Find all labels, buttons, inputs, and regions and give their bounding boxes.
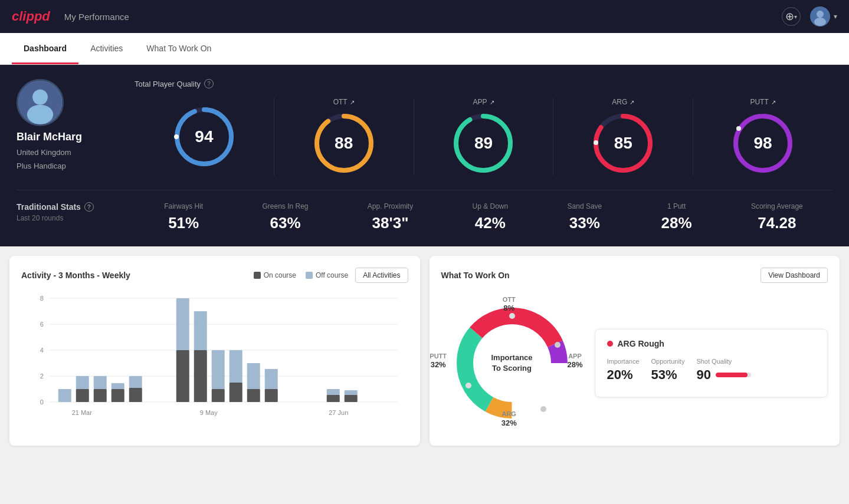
svg-rect-41 xyxy=(194,311,207,350)
trad-label: Traditional Stats ? Last 20 rounds xyxy=(17,202,135,222)
header: clippd My Performance ⊕ ▾ ▾ xyxy=(0,0,849,33)
user-avatar-area[interactable]: ▾ xyxy=(810,6,837,27)
player-info: Blair McHarg United Kingdom Plus Handica… xyxy=(17,79,135,170)
svg-rect-33 xyxy=(94,376,107,389)
svg-rect-40 xyxy=(176,350,189,402)
add-chevron: ▾ xyxy=(794,14,797,20)
trad-metric-updown: Up & Down 42% xyxy=(473,202,509,232)
all-activities-button[interactable]: All Activities xyxy=(355,268,408,283)
quality-total: 94 xyxy=(135,104,274,169)
svg-rect-32 xyxy=(76,389,89,402)
add-button[interactable]: ⊕ ▾ xyxy=(782,7,801,26)
tab-dashboard[interactable]: Dashboard xyxy=(12,33,78,64)
donut-chart: Importance To Scoring OTT 8% APP 28% ARG xyxy=(441,292,583,434)
app-value: 89 xyxy=(474,134,493,153)
svg-text:2: 2 xyxy=(40,373,44,380)
total-circle: 94 xyxy=(172,104,237,169)
svg-rect-36 xyxy=(112,389,124,402)
arg-opportunity-metric: Opportunity 53% xyxy=(651,358,685,383)
svg-rect-44 xyxy=(212,389,225,402)
svg-rect-35 xyxy=(112,383,124,389)
trad-info-icon[interactable]: ? xyxy=(84,202,94,212)
trad-metric-1putt: 1 Putt 28% xyxy=(661,202,692,232)
work-on-content: Importance To Scoring OTT 8% APP 28% ARG xyxy=(441,292,828,434)
svg-rect-31 xyxy=(76,376,89,389)
arg-title-dot xyxy=(607,341,613,347)
svg-rect-52 xyxy=(327,395,340,402)
header-actions: ⊕ ▾ ▾ xyxy=(782,6,837,27)
svg-rect-43 xyxy=(212,350,225,389)
trad-metric-fairways: Fairways Hit 51% xyxy=(164,202,203,232)
svg-rect-39 xyxy=(176,298,189,350)
svg-point-2 xyxy=(814,18,826,26)
nav-tabs: Dashboard Activities What To Work On xyxy=(0,33,849,65)
quality-section: Total Player Quality ? 94 xyxy=(135,79,832,176)
legend-off-course: Off course xyxy=(306,271,348,279)
tab-activities[interactable]: Activities xyxy=(78,33,135,64)
activity-card: Activity - 3 Months - Weekly On course O… xyxy=(9,256,420,446)
ott-arrow-icon: ↗ xyxy=(350,99,355,106)
total-value: 94 xyxy=(195,127,213,146)
svg-text:21 Mar: 21 Mar xyxy=(72,409,93,416)
svg-rect-34 xyxy=(94,389,107,402)
shot-quality-bar-container: 90 xyxy=(696,367,750,383)
bottom-section: Activity - 3 Months - Weekly On course O… xyxy=(0,246,849,455)
putt-circle: 98 xyxy=(730,111,795,176)
svg-text:27 Jun: 27 Jun xyxy=(329,409,348,416)
logo-area: clippd My Performance xyxy=(12,9,129,24)
app-donut-label: APP 28% xyxy=(567,352,582,370)
arg-detail-card: ARG Rough Importance 20% Opportunity 53%… xyxy=(595,329,828,397)
trad-metric-gir: Greens In Reg 63% xyxy=(262,202,308,232)
plus-icon: ⊕ xyxy=(785,10,794,23)
activity-chart-svg: 8 6 4 2 0 xyxy=(21,292,408,422)
updown-value: 42% xyxy=(475,214,506,232)
svg-rect-49 xyxy=(265,369,278,389)
player-handicap: Plus Handicap xyxy=(17,162,66,170)
arg-card-metrics: Importance 20% Opportunity 53% Shot Qual… xyxy=(607,358,816,383)
player-avatar xyxy=(17,79,64,126)
svg-rect-47 xyxy=(247,363,260,389)
shot-quality-bar-fill xyxy=(716,373,748,377)
putt-donut-label: PUTT 32% xyxy=(430,352,447,370)
work-on-card: What To Work On View Dashboard xyxy=(430,256,840,446)
svg-point-1 xyxy=(817,11,824,18)
quality-info-icon[interactable]: ? xyxy=(204,79,214,88)
trad-label-title: Traditional Stats ? xyxy=(17,202,135,212)
sandsave-value: 33% xyxy=(569,214,600,232)
scoring-value: 74.28 xyxy=(758,214,796,232)
putt-value: 98 xyxy=(754,134,772,153)
tab-what-to-work-on[interactable]: What To Work On xyxy=(135,33,223,64)
activity-card-title: Activity - 3 Months - Weekly xyxy=(21,271,130,280)
svg-text:8: 8 xyxy=(40,295,44,302)
svg-text:6: 6 xyxy=(40,321,44,328)
sandsave-label: Sand Save xyxy=(568,202,602,210)
quality-app: APP ↗ 89 xyxy=(414,98,553,176)
putt-label: PUTT ↗ xyxy=(750,98,775,106)
svg-point-4 xyxy=(32,90,48,105)
arg-shot-quality-label: Shot Quality xyxy=(696,358,750,365)
svg-rect-45 xyxy=(230,350,242,383)
arg-opportunity-value: 53% xyxy=(651,367,685,383)
trad-metric-scoring: Scoring Average 74.28 xyxy=(751,202,803,232)
on-course-dot xyxy=(254,272,261,279)
arg-donut-label: ARG 32% xyxy=(501,410,517,428)
work-on-card-header: What To Work On View Dashboard xyxy=(441,268,828,283)
svg-rect-46 xyxy=(230,383,242,402)
avatar xyxy=(810,6,830,27)
svg-rect-54 xyxy=(345,395,358,402)
svg-rect-50 xyxy=(265,389,278,402)
svg-text:4: 4 xyxy=(40,347,44,354)
arg-importance-metric: Importance 20% xyxy=(607,358,640,383)
trad-period: Last 20 rounds xyxy=(17,214,135,222)
ott-label: OTT ↗ xyxy=(333,98,355,106)
arg-shot-quality-value: 90 xyxy=(696,367,710,383)
chart-area: 8 6 4 2 0 xyxy=(21,292,408,422)
svg-rect-51 xyxy=(327,389,340,395)
stats-top: Blair McHarg United Kingdom Plus Handica… xyxy=(17,79,832,176)
trad-metrics: Fairways Hit 51% Greens In Reg 63% App. … xyxy=(135,202,832,232)
chart-legend: On course Off course xyxy=(254,271,349,279)
svg-rect-38 xyxy=(129,388,142,402)
fairways-label: Fairways Hit xyxy=(164,202,203,210)
quality-putt: PUTT ↗ 98 xyxy=(693,98,832,176)
view-dashboard-button[interactable]: View Dashboard xyxy=(761,268,828,283)
